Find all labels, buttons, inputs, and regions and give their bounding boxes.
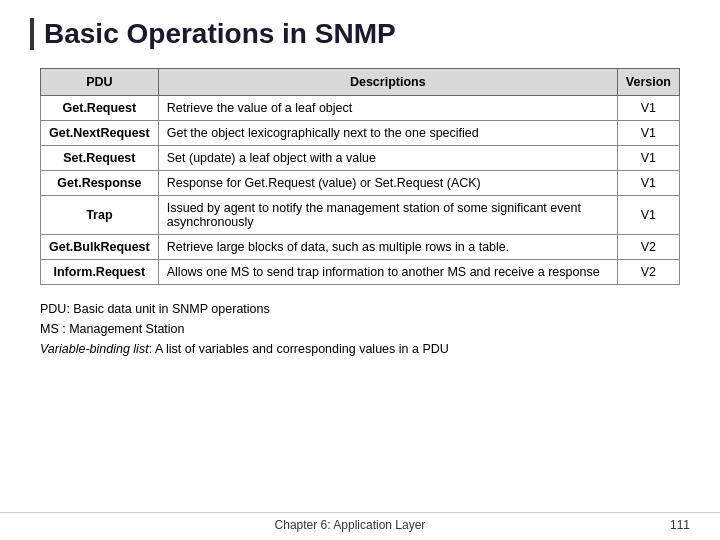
cell-version-5: V2 [617,235,679,260]
cell-pdu-6: Inform.Request [41,260,159,285]
page-container: Basic Operations in SNMP PDU Description… [0,0,720,540]
cell-version-0: V1 [617,96,679,121]
cell-pdu-2: Set.Request [41,146,159,171]
table-row: Get.RequestRetrieve the value of a leaf … [41,96,680,121]
cell-description-3: Response for Get.Request (value) or Set.… [158,171,617,196]
cell-version-6: V2 [617,260,679,285]
cell-pdu-1: Get.NextRequest [41,121,159,146]
cell-pdu-5: Get.BulkRequest [41,235,159,260]
footer: Chapter 6: Application Layer 111 [0,512,720,532]
cell-description-6: Allows one MS to send trap information t… [158,260,617,285]
table-row: Get.NextRequestGet the object lexicograp… [41,121,680,146]
note-line3-rest: : A list of variables and corresponding … [149,342,449,356]
cell-description-2: Set (update) a leaf object with a value [158,146,617,171]
cell-version-2: V1 [617,146,679,171]
cell-pdu-4: Trap [41,196,159,235]
cell-description-0: Retrieve the value of a leaf object [158,96,617,121]
table-row: Inform.RequestAllows one MS to send trap… [41,260,680,285]
cell-description-1: Get the object lexicographically next to… [158,121,617,146]
cell-version-3: V1 [617,171,679,196]
note-line3-italic: Variable-binding list [40,342,149,356]
page-title: Basic Operations in SNMP [30,18,690,50]
footer-center: Chapter 6: Application Layer [275,518,426,532]
footer-page: 111 [670,518,690,532]
col-header-version: Version [617,69,679,96]
col-header-descriptions: Descriptions [158,69,617,96]
table-wrapper: PDU Descriptions Version Get.RequestRetr… [40,68,680,285]
cell-version-4: V1 [617,196,679,235]
notes-section: PDU: Basic data unit in SNMP operations … [40,299,690,359]
cell-version-1: V1 [617,121,679,146]
table-header-row: PDU Descriptions Version [41,69,680,96]
note-line1: PDU: Basic data unit in SNMP operations [40,299,690,319]
cell-pdu-3: Get.Response [41,171,159,196]
note-line2: MS : Management Station [40,319,690,339]
table-row: Get.ResponseResponse for Get.Request (va… [41,171,680,196]
col-header-pdu: PDU [41,69,159,96]
cell-description-4: Issued by agent to notify the management… [158,196,617,235]
table-row: Get.BulkRequestRetrieve large blocks of … [41,235,680,260]
cell-description-5: Retrieve large blocks of data, such as m… [158,235,617,260]
note-line3: Variable-binding list: A list of variabl… [40,339,690,359]
cell-pdu-0: Get.Request [41,96,159,121]
table-row: TrapIssued by agent to notify the manage… [41,196,680,235]
snmp-table: PDU Descriptions Version Get.RequestRetr… [40,68,680,285]
table-row: Set.RequestSet (update) a leaf object wi… [41,146,680,171]
